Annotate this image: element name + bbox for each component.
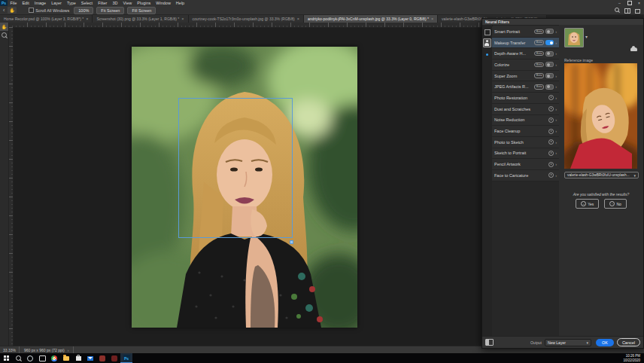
menu-window[interactable]: Window bbox=[153, 0, 174, 6]
portrait-filters-icon[interactable] bbox=[483, 38, 491, 47]
feedback-yes-button[interactable]: + Yes bbox=[576, 199, 599, 209]
filter-row-super-zoom[interactable]: Super ZoomBeta› bbox=[492, 71, 559, 82]
share-icon[interactable] bbox=[634, 8, 639, 13]
face-picker-caret-icon[interactable]: ▾ bbox=[585, 34, 588, 39]
taskbar-file-explorer-icon[interactable] bbox=[60, 353, 72, 363]
beta-badge: Beta bbox=[534, 63, 544, 68]
options-button-fit-screen[interactable]: Fit Screen bbox=[96, 7, 124, 14]
clock-date: 10/22/2020 bbox=[623, 358, 640, 363]
filter-name: Sketch to Portrait bbox=[494, 151, 547, 155]
filter-toggle[interactable] bbox=[545, 62, 554, 67]
hand-tool-preset[interactable]: ✋ bbox=[8, 7, 17, 14]
output-dropdown[interactable]: New Layer ▾ bbox=[545, 339, 591, 346]
filter-row-photo-restoration[interactable]: Photo Restoration› bbox=[492, 93, 559, 104]
minimize-button[interactable]: – bbox=[615, 0, 624, 6]
search-icon[interactable] bbox=[615, 8, 620, 13]
reference-filename-dropdown[interactable]: valerie-elash-G3wBRt0fulU-unsplash... ▾ bbox=[564, 172, 639, 178]
filter-toggle[interactable] bbox=[545, 29, 554, 34]
taskbar-red1-icon[interactable] bbox=[96, 353, 108, 363]
taskbar-photoshop-icon[interactable]: Ps bbox=[120, 353, 132, 363]
chevron-right-icon: › bbox=[555, 63, 557, 67]
canvas-area[interactable] bbox=[8, 23, 482, 346]
tab-close-icon[interactable]: × bbox=[431, 17, 433, 21]
filter-row-dust-and-scratches[interactable]: Dust and Scratches› bbox=[492, 104, 559, 115]
document-tab[interactable]: courtney-cook-TS2o17r3m0o-unsplash.jpg @… bbox=[189, 15, 304, 23]
scroll-all-windows-checkbox[interactable] bbox=[29, 8, 34, 13]
filter-row-jpeg-artifacts-r-[interactable]: JPEG Artifacts R...Beta› bbox=[492, 81, 559, 93]
waitlist-clock-icon bbox=[548, 172, 554, 178]
filter-row-photo-to-sketch[interactable]: Photo to Sketch› bbox=[492, 137, 559, 148]
taskbar-store-icon[interactable] bbox=[72, 353, 84, 363]
panel-footer: Output New Layer ▾ OK Cancel bbox=[482, 336, 643, 348]
filter-toggle[interactable] bbox=[545, 40, 554, 45]
search-glyph bbox=[16, 355, 21, 361]
yes-label: Yes bbox=[588, 202, 594, 206]
workspace-layout-icon[interactable] bbox=[624, 8, 630, 13]
options-button-fill-screen[interactable]: Fill Screen bbox=[127, 7, 156, 14]
filter-row-face-cleanup[interactable]: Face Cleanup› bbox=[492, 126, 559, 137]
filter-toggle[interactable] bbox=[545, 51, 554, 56]
menu-plugins[interactable]: Plugins bbox=[135, 0, 153, 6]
filter-toggle[interactable] bbox=[545, 84, 554, 90]
reference-image[interactable] bbox=[564, 63, 637, 169]
document-photo[interactable] bbox=[132, 47, 357, 328]
chevron-right-icon: › bbox=[555, 84, 557, 89]
all-filters-icon[interactable] bbox=[485, 29, 491, 35]
options-button-100-[interactable]: 100% bbox=[74, 7, 93, 14]
menu-help[interactable]: Help bbox=[173, 0, 187, 6]
taskbar-mail-icon[interactable] bbox=[84, 353, 96, 363]
taskbar-start-icon[interactable] bbox=[0, 353, 12, 363]
selected-face-thumbnail[interactable] bbox=[564, 28, 584, 47]
beta-badge: Beta bbox=[534, 73, 544, 78]
active-filter-dot bbox=[486, 53, 488, 56]
taskbar-taskview-icon[interactable] bbox=[36, 353, 48, 363]
menu-layer[interactable]: Layer bbox=[49, 0, 65, 6]
tab-close-icon[interactable]: × bbox=[86, 17, 88, 21]
ok-button[interactable]: OK bbox=[596, 339, 614, 346]
filter-row-noise-reduction[interactable]: Noise Reduction› bbox=[492, 115, 559, 127]
filter-row-pencil-artwork[interactable]: Pencil Artwork› bbox=[492, 159, 559, 170]
zoom-tool[interactable] bbox=[0, 31, 8, 39]
document-tab[interactable]: andriyko-podilnyk-jPAl-3xCnM-unsplash.jp… bbox=[304, 15, 438, 23]
filter-toggle[interactable] bbox=[545, 73, 554, 78]
menu-image[interactable]: Image bbox=[32, 0, 48, 6]
document-tab[interactable]: Screenshot (30).png @ 33.3% (Layer 1, RG… bbox=[93, 15, 188, 23]
feedback-no-button[interactable]: − No bbox=[604, 199, 626, 209]
taskbar-red2-icon[interactable] bbox=[108, 353, 120, 363]
cancel-button[interactable]: Cancel bbox=[617, 338, 640, 346]
filter-row-face-to-caricature[interactable]: Face to Caricature› bbox=[492, 170, 559, 182]
taskbar-chrome-icon[interactable] bbox=[48, 353, 60, 363]
menu-file[interactable]: File bbox=[8, 0, 20, 6]
reference-filename: valerie-elash-G3wBRt0fulU-unsplash... bbox=[567, 173, 630, 177]
menu-filter[interactable]: Filter bbox=[96, 0, 110, 6]
filter-name: Pencil Artwork bbox=[494, 162, 547, 166]
restore-button[interactable] bbox=[624, 0, 634, 6]
preview-toggle-icon[interactable] bbox=[485, 339, 494, 346]
filter-row-depth-aware-h-[interactable]: Depth-Aware H...Beta› bbox=[492, 48, 559, 59]
menu-view[interactable]: View bbox=[120, 0, 135, 6]
chevron-right-icon: › bbox=[555, 151, 557, 155]
hand-tool[interactable]: ✋ bbox=[0, 23, 8, 31]
tab-close-icon[interactable]: × bbox=[297, 17, 299, 21]
document-tab[interactable]: Horse Recolor.psd @ 100% (Layer 3, RGB/8… bbox=[0, 15, 93, 23]
close-button[interactable]: × bbox=[634, 0, 644, 6]
cloud-sync-icon[interactable] bbox=[630, 47, 637, 51]
taskbar-cortana-icon[interactable] bbox=[24, 353, 36, 363]
menu-select[interactable]: Select bbox=[78, 0, 95, 6]
menu-3d[interactable]: 3D bbox=[110, 0, 120, 6]
store-glyph bbox=[76, 356, 81, 361]
filter-row-smart-portrait[interactable]: Smart PortraitBeta› bbox=[492, 26, 559, 38]
magnifier-icon bbox=[2, 32, 7, 38]
filter-row-colorize[interactable]: ColorizeBeta› bbox=[492, 59, 559, 71]
filter-row-makeup-transfer[interactable]: Makeup TransferBeta› bbox=[492, 38, 559, 49]
face-box-handle[interactable] bbox=[290, 240, 293, 244]
tab-close-icon[interactable]: × bbox=[181, 17, 184, 21]
menu-edit[interactable]: Edit bbox=[20, 0, 32, 6]
back-icon[interactable]: ‹ bbox=[3, 8, 5, 13]
filter-row-sketch-to-portrait[interactable]: Sketch to Portrait› bbox=[492, 148, 559, 160]
face-detection-box[interactable] bbox=[178, 98, 293, 238]
filter-categories bbox=[482, 25, 493, 336]
taskbar-search-icon[interactable] bbox=[12, 353, 24, 363]
menu-type[interactable]: Type bbox=[64, 0, 78, 6]
system-clock[interactable]: 10:26 PM 10/22/2020 bbox=[623, 354, 644, 362]
